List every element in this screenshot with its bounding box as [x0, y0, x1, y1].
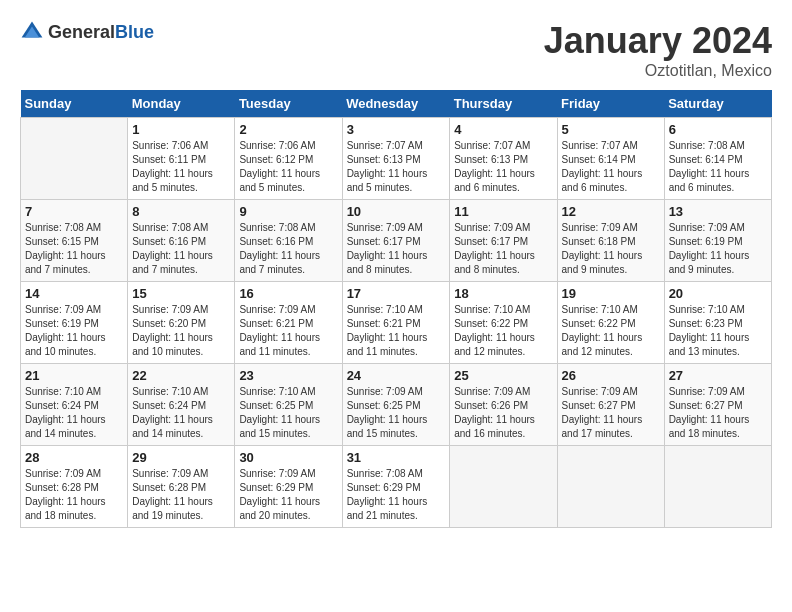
week-row-5: 28 Sunrise: 7:09 AMSunset: 6:28 PMDaylig…: [21, 446, 772, 528]
day-info: Sunrise: 7:09 AMSunset: 6:27 PMDaylight:…: [669, 385, 767, 441]
day-cell: 11 Sunrise: 7:09 AMSunset: 6:17 PMDaylig…: [450, 200, 557, 282]
day-number: 31: [347, 450, 446, 465]
day-info: Sunrise: 7:10 AMSunset: 6:24 PMDaylight:…: [25, 385, 123, 441]
day-info: Sunrise: 7:10 AMSunset: 6:21 PMDaylight:…: [347, 303, 446, 359]
day-cell: 9 Sunrise: 7:08 AMSunset: 6:16 PMDayligh…: [235, 200, 342, 282]
day-number: 12: [562, 204, 660, 219]
day-info: Sunrise: 7:10 AMSunset: 6:25 PMDaylight:…: [239, 385, 337, 441]
day-cell: 3 Sunrise: 7:07 AMSunset: 6:13 PMDayligh…: [342, 118, 450, 200]
day-cell: 4 Sunrise: 7:07 AMSunset: 6:13 PMDayligh…: [450, 118, 557, 200]
calendar-table: SundayMondayTuesdayWednesdayThursdayFrid…: [20, 90, 772, 528]
day-number: 6: [669, 122, 767, 137]
day-info: Sunrise: 7:10 AMSunset: 6:24 PMDaylight:…: [132, 385, 230, 441]
day-info: Sunrise: 7:08 AMSunset: 6:16 PMDaylight:…: [132, 221, 230, 277]
day-cell: 21 Sunrise: 7:10 AMSunset: 6:24 PMDaylig…: [21, 364, 128, 446]
calendar-title: January 2024: [544, 20, 772, 62]
day-cell: 24 Sunrise: 7:09 AMSunset: 6:25 PMDaylig…: [342, 364, 450, 446]
day-cell: 18 Sunrise: 7:10 AMSunset: 6:22 PMDaylig…: [450, 282, 557, 364]
day-cell: 25 Sunrise: 7:09 AMSunset: 6:26 PMDaylig…: [450, 364, 557, 446]
day-cell: 10 Sunrise: 7:09 AMSunset: 6:17 PMDaylig…: [342, 200, 450, 282]
day-cell: 17 Sunrise: 7:10 AMSunset: 6:21 PMDaylig…: [342, 282, 450, 364]
day-cell: 26 Sunrise: 7:09 AMSunset: 6:27 PMDaylig…: [557, 364, 664, 446]
title-block: January 2024 Oztotitlan, Mexico: [544, 20, 772, 80]
day-cell: 7 Sunrise: 7:08 AMSunset: 6:15 PMDayligh…: [21, 200, 128, 282]
day-info: Sunrise: 7:09 AMSunset: 6:20 PMDaylight:…: [132, 303, 230, 359]
day-info: Sunrise: 7:09 AMSunset: 6:17 PMDaylight:…: [347, 221, 446, 277]
day-header-sunday: Sunday: [21, 90, 128, 118]
day-header-saturday: Saturday: [664, 90, 771, 118]
day-header-monday: Monday: [128, 90, 235, 118]
day-header-tuesday: Tuesday: [235, 90, 342, 118]
day-number: 4: [454, 122, 552, 137]
day-info: Sunrise: 7:09 AMSunset: 6:29 PMDaylight:…: [239, 467, 337, 523]
day-number: 1: [132, 122, 230, 137]
day-cell: 14 Sunrise: 7:09 AMSunset: 6:19 PMDaylig…: [21, 282, 128, 364]
day-number: 26: [562, 368, 660, 383]
day-number: 3: [347, 122, 446, 137]
day-info: Sunrise: 7:10 AMSunset: 6:22 PMDaylight:…: [562, 303, 660, 359]
day-info: Sunrise: 7:08 AMSunset: 6:29 PMDaylight:…: [347, 467, 446, 523]
day-info: Sunrise: 7:07 AMSunset: 6:13 PMDaylight:…: [454, 139, 552, 195]
day-number: 2: [239, 122, 337, 137]
logo: GeneralBlue: [20, 20, 154, 44]
day-cell: [450, 446, 557, 528]
day-number: 24: [347, 368, 446, 383]
day-cell: 5 Sunrise: 7:07 AMSunset: 6:14 PMDayligh…: [557, 118, 664, 200]
day-number: 8: [132, 204, 230, 219]
day-cell: 29 Sunrise: 7:09 AMSunset: 6:28 PMDaylig…: [128, 446, 235, 528]
day-cell: [557, 446, 664, 528]
day-number: 7: [25, 204, 123, 219]
day-number: 18: [454, 286, 552, 301]
day-number: 28: [25, 450, 123, 465]
week-row-2: 7 Sunrise: 7:08 AMSunset: 6:15 PMDayligh…: [21, 200, 772, 282]
day-number: 27: [669, 368, 767, 383]
day-info: Sunrise: 7:09 AMSunset: 6:28 PMDaylight:…: [25, 467, 123, 523]
day-number: 22: [132, 368, 230, 383]
day-info: Sunrise: 7:09 AMSunset: 6:17 PMDaylight:…: [454, 221, 552, 277]
day-number: 11: [454, 204, 552, 219]
day-number: 14: [25, 286, 123, 301]
day-info: Sunrise: 7:09 AMSunset: 6:26 PMDaylight:…: [454, 385, 552, 441]
day-number: 30: [239, 450, 337, 465]
day-number: 13: [669, 204, 767, 219]
day-cell: 15 Sunrise: 7:09 AMSunset: 6:20 PMDaylig…: [128, 282, 235, 364]
day-number: 10: [347, 204, 446, 219]
day-number: 20: [669, 286, 767, 301]
day-cell: 19 Sunrise: 7:10 AMSunset: 6:22 PMDaylig…: [557, 282, 664, 364]
day-info: Sunrise: 7:10 AMSunset: 6:23 PMDaylight:…: [669, 303, 767, 359]
day-info: Sunrise: 7:09 AMSunset: 6:21 PMDaylight:…: [239, 303, 337, 359]
day-cell: 30 Sunrise: 7:09 AMSunset: 6:29 PMDaylig…: [235, 446, 342, 528]
day-info: Sunrise: 7:09 AMSunset: 6:27 PMDaylight:…: [562, 385, 660, 441]
day-info: Sunrise: 7:09 AMSunset: 6:28 PMDaylight:…: [132, 467, 230, 523]
day-cell: 8 Sunrise: 7:08 AMSunset: 6:16 PMDayligh…: [128, 200, 235, 282]
week-row-4: 21 Sunrise: 7:10 AMSunset: 6:24 PMDaylig…: [21, 364, 772, 446]
day-info: Sunrise: 7:08 AMSunset: 6:16 PMDaylight:…: [239, 221, 337, 277]
day-cell: 27 Sunrise: 7:09 AMSunset: 6:27 PMDaylig…: [664, 364, 771, 446]
day-number: 23: [239, 368, 337, 383]
day-info: Sunrise: 7:07 AMSunset: 6:13 PMDaylight:…: [347, 139, 446, 195]
day-info: Sunrise: 7:06 AMSunset: 6:11 PMDaylight:…: [132, 139, 230, 195]
day-cell: [21, 118, 128, 200]
day-info: Sunrise: 7:09 AMSunset: 6:18 PMDaylight:…: [562, 221, 660, 277]
day-cell: 12 Sunrise: 7:09 AMSunset: 6:18 PMDaylig…: [557, 200, 664, 282]
day-cell: 22 Sunrise: 7:10 AMSunset: 6:24 PMDaylig…: [128, 364, 235, 446]
day-number: 16: [239, 286, 337, 301]
page-header: GeneralBlue January 2024 Oztotitlan, Mex…: [20, 20, 772, 80]
day-header-friday: Friday: [557, 90, 664, 118]
day-info: Sunrise: 7:10 AMSunset: 6:22 PMDaylight:…: [454, 303, 552, 359]
logo-general: GeneralBlue: [48, 22, 154, 43]
logo-icon: [20, 20, 44, 44]
day-cell: [664, 446, 771, 528]
day-cell: 2 Sunrise: 7:06 AMSunset: 6:12 PMDayligh…: [235, 118, 342, 200]
day-number: 9: [239, 204, 337, 219]
day-info: Sunrise: 7:09 AMSunset: 6:19 PMDaylight:…: [25, 303, 123, 359]
day-number: 21: [25, 368, 123, 383]
week-row-1: 1 Sunrise: 7:06 AMSunset: 6:11 PMDayligh…: [21, 118, 772, 200]
day-cell: 23 Sunrise: 7:10 AMSunset: 6:25 PMDaylig…: [235, 364, 342, 446]
day-number: 29: [132, 450, 230, 465]
day-number: 19: [562, 286, 660, 301]
day-info: Sunrise: 7:09 AMSunset: 6:25 PMDaylight:…: [347, 385, 446, 441]
day-number: 25: [454, 368, 552, 383]
day-cell: 31 Sunrise: 7:08 AMSunset: 6:29 PMDaylig…: [342, 446, 450, 528]
day-number: 15: [132, 286, 230, 301]
